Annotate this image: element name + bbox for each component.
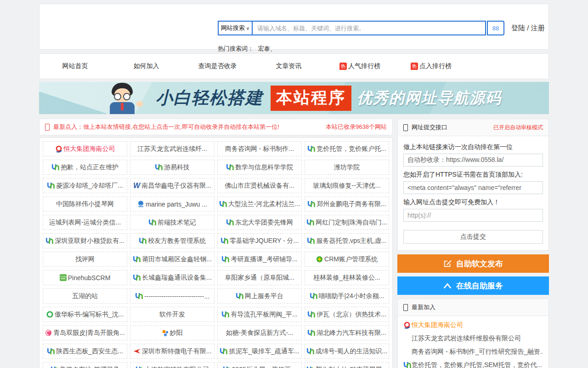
search-input[interactable] — [253, 21, 486, 35]
site-link-label: 抱歉，站点正在维护 — [61, 163, 119, 172]
site-link[interactable]: 如糖-美食探店新方式-... — [217, 325, 302, 340]
site-link[interactable]: 郑州金鹏电子商务有限... — [305, 196, 389, 212]
site-link[interactable]: 考研直播课_考研辅导... — [217, 252, 302, 267]
site-link[interactable]: 美渡名车坊-管理登录 — [43, 362, 127, 368]
site-link[interactable]: 傲华标书-编写标书_沈... — [43, 307, 127, 322]
site-link-label: 2025框业展，装饰画... — [232, 366, 297, 368]
site-link[interactable]: 长城鑫瑞鑫通讯设备集... — [130, 270, 215, 285]
site-link[interactable]: 数学与信息科学学院 — [217, 160, 302, 175]
site-link-label: 大型法兰-河北孟村法兰... — [228, 200, 300, 208]
site-link[interactable]: 软件开发 — [130, 307, 215, 322]
default-favicon-icon — [135, 293, 143, 299]
default-favicon-icon — [221, 256, 229, 262]
site-link[interactable]: 商务咨询网 - 标书制作... — [217, 141, 302, 156]
self-publish-button[interactable]: 自助软文发布 — [397, 254, 549, 273]
site-link[interactable]: 喵喵助手|24小时余额... — [305, 288, 389, 304]
nav-item-如何加入[interactable]: 如何加入 — [111, 54, 182, 79]
site-link[interactable]: 江苏天龙玄武岩连续纤... — [130, 141, 215, 156]
site-link-label: 中国陈祥伟小提琴网 — [56, 200, 114, 208]
site-link[interactable]: ----------------------------... — [130, 288, 215, 304]
site-link[interactable]: 零基础学JQUERY - 分... — [217, 233, 302, 248]
site-link[interactable]: 网上服务平台 — [217, 288, 302, 304]
site-link[interactable]: 有导流孔平板闸阀_平... — [217, 307, 302, 322]
site-link[interactable]: 网红门定制|珠海自动门... — [305, 215, 389, 230]
latest-joined-item[interactable]: 恒大集团海南公司 — [403, 318, 543, 332]
site-link[interactable]: 找评网 — [43, 252, 127, 267]
nav-item-查询是否收录[interactable]: 查询是否收录 — [182, 54, 253, 79]
site-link[interactable]: 塑化剂小柱-默克薄层层... — [305, 362, 389, 368]
site-link-label: 有导流孔平板闸阀_平... — [231, 310, 297, 319]
hot-search-row: 热门搜索词： 宏泰、 — [218, 45, 276, 53]
site-link[interactable]: 菱源冷却塔_冷却塔厂... — [43, 178, 127, 193]
default-favicon-icon — [51, 164, 59, 170]
site-link-label: 陕西生态板_西安生态... — [56, 347, 123, 356]
site-link[interactable]: 湖北峰力汽车科技有限... — [305, 325, 389, 340]
site-link[interactable]: 莆田市城厢区金鑫轻钢... — [130, 252, 215, 267]
site-link-label: 郑州金鹏电子商务有限... — [317, 200, 386, 208]
site-link[interactable]: 桂林装修_桂林装修公... — [305, 270, 389, 285]
site-link[interactable]: marine parts_Juwu ... — [130, 196, 215, 212]
site-link[interactable]: 运城列表网-运城分类信... — [43, 215, 127, 230]
latest-joined-item[interactable]: 江苏天龙玄武岩连续纤维股份有限公司 — [403, 332, 543, 345]
site-link[interactable]: 大连乾宝铸铁有限公司 — [130, 362, 215, 368]
nav-item-文章资讯[interactable]: 文章资讯 — [253, 54, 324, 79]
site-link-label: 伊瓦（北京）供热技术... — [317, 310, 386, 319]
submit-url-button[interactable]: 点击提交 — [403, 230, 543, 244]
login-register-link[interactable]: 登陆 / 注册 — [511, 24, 545, 33]
site-link[interactable]: 伊瓦（北京）供热技术... — [305, 307, 389, 322]
search-type-select[interactable]: 网站搜索 ∨ — [218, 21, 253, 35]
site-link[interactable]: 青岛双眼皮|青岛开眼角... — [43, 325, 127, 340]
latest-joined-label: 商务咨询网 - 标书制作_可行性研究报告_融资... — [412, 348, 543, 356]
site-link[interactable]: SCRMPinehubSCRM — [43, 270, 127, 285]
site-link[interactable]: W南昌华鑫电子仪器有限... — [130, 178, 215, 193]
site-link[interactable]: 五湖的站 — [43, 288, 127, 304]
nav-item-人气排行榜[interactable]: 热人气排行榜 — [324, 54, 396, 79]
nav-item-网站首页[interactable]: 网站首页 — [40, 54, 111, 79]
links-section: 最新点入：做上本站友情链接,在您站上点击一次,即可自动收录并自动排在本站第一位!… — [39, 119, 393, 368]
site-link[interactable]: 竞价托管，竞价账户托... — [305, 141, 389, 156]
latest-joined-item[interactable]: 商务咨询网 - 标书制作_可行性研究报告_融资... — [403, 345, 543, 358]
site-link-label: 美渡名车坊-管理登录 — [60, 366, 120, 368]
search-button[interactable]: 88 — [487, 21, 504, 35]
site-link-label: 数学与信息科学学院 — [235, 163, 293, 172]
site-link[interactable]: 玻璃划痕修复--天津优... — [305, 178, 389, 193]
site-link[interactable]: 深圳亚联财小额贷款有... — [43, 233, 127, 248]
site-link[interactable]: 深圳市斯特微电子有限... — [130, 344, 215, 359]
site-link-label: 五湖的站 — [72, 292, 98, 300]
scrm-favicon-icon: SCRM — [60, 274, 67, 281]
site-link[interactable]: 成绵号-蜀人的生活知识... — [305, 344, 389, 359]
hot-search-label: 热门搜索词： — [218, 45, 254, 52]
latest-card-header: 最新加入 — [398, 299, 548, 316]
site-link[interactable]: 中国陈祥伟小提琴网 — [43, 196, 127, 212]
site-link[interactable]: 东北大学团委先锋网 — [217, 215, 302, 230]
website-url-field[interactable] — [403, 209, 543, 222]
site-link[interactable]: 大型法兰-河北孟村法兰... — [217, 196, 302, 212]
hot-search-word[interactable]: 宏泰、 — [258, 45, 276, 52]
site-link[interactable]: 抱歉，站点正在维护 — [43, 160, 127, 175]
site-link[interactable]: 潍坊学院 — [305, 160, 389, 175]
site-link[interactable]: 妙阳 — [130, 325, 215, 340]
site-link[interactable]: CRM账户管理系统 — [305, 252, 389, 267]
site-link[interactable]: 陕西生态板_西安生态... — [43, 344, 127, 359]
online-service-button[interactable]: 在线自助服务 — [397, 276, 549, 295]
promo-banner[interactable]: 小白轻松搭建 本站程序 优秀的网址导航源码 — [39, 82, 549, 114]
site-link[interactable]: 阜阳家乡通（原阜阳城... — [217, 270, 302, 285]
w-favicon-icon: W — [133, 182, 140, 190]
site-link[interactable]: 校友方教务管理系统 — [130, 233, 215, 248]
site-link-label: CRM账户管理系统 — [324, 255, 378, 264]
site-link-label: 竞价托管，竞价账户托... — [317, 145, 386, 153]
notice-text: 最新点入：做上本站友情链接,在您站上点击一次,即可自动收录并自动排在本站第一位! — [53, 123, 321, 131]
bird-favicon-icon — [133, 348, 141, 354]
site-link[interactable]: 2025框业展，装饰画... — [217, 362, 302, 368]
site-link[interactable]: 恒大集团海南公司 — [43, 141, 127, 156]
nav-item-点入排行榜[interactable]: 热点入排行榜 — [396, 54, 467, 79]
site-link[interactable]: 游易科技 — [130, 160, 215, 175]
site-link[interactable]: 抓泥车_吸排车_疏通车... — [217, 344, 302, 359]
site-link-label: 大连乾宝铸铁有限公司 — [145, 366, 209, 368]
meta-tag-field[interactable] — [403, 181, 543, 194]
auto-include-url-field[interactable] — [403, 154, 543, 167]
site-link[interactable]: 服务器托管,vps主机,虚... — [305, 233, 389, 248]
latest-joined-item[interactable]: 竞价托管，竞价账户托管,SEM托管，竞价代... — [403, 358, 543, 368]
site-link[interactable]: 佛山市庄贤机械设备有... — [217, 178, 302, 193]
site-link[interactable]: 前端技术笔记 — [130, 215, 215, 230]
